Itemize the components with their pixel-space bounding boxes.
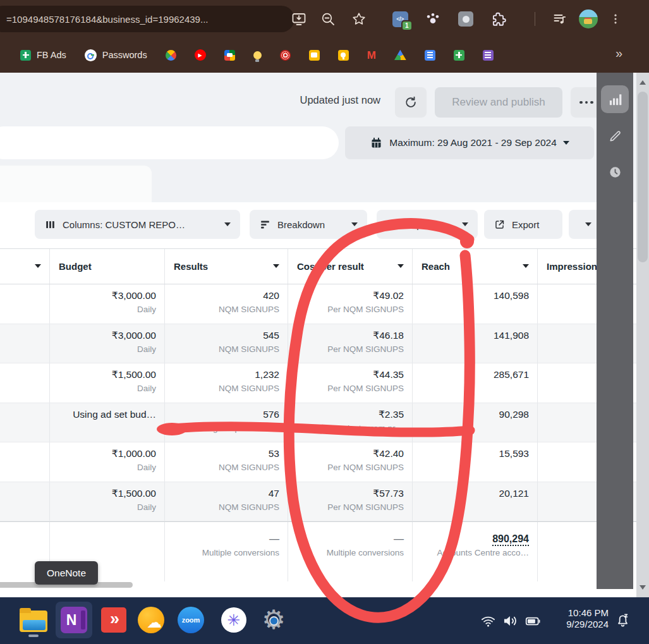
bookmark-photos[interactable] [166,50,176,61]
chart-bars-tool-button[interactable] [601,85,629,113]
column-header-blank[interactable] [0,249,49,284]
refresh-button[interactable] [395,87,427,118]
table-cell: ₹3,000.00Daily [49,284,164,324]
table-row[interactable]: ₹3,000.00Daily545NQM SIGNUPS₹46.18Per NQ… [0,324,649,364]
puzzle-extension-icon[interactable] [490,11,507,27]
bookmarks-overflow-chevron[interactable]: » [616,47,622,59]
date-range-label: Maximum: 29 Aug 2021 - 29 Sep 2024 [389,137,557,149]
pencil-icon [608,129,622,143]
export-button[interactable]: Export [484,210,562,239]
reports-button[interactable]: Rep [377,210,478,239]
address-bar[interactable]: =1094948578176184&business_id=19962439..… [0,6,294,32]
bookmark-sheets2[interactable] [454,50,464,61]
column-header-cost-per-result[interactable]: Cost per result [288,249,412,284]
table-cell: ₹42.40Per NQM SIGNUPS [288,442,412,482]
scroll-up-arrow[interactable] [640,80,646,85]
bookmark-target[interactable] [280,50,291,61]
table-cell: ₹46.18Per NQM SIGNUPS [288,324,412,363]
taskbar-file-explorer[interactable] [15,602,52,638]
bookmark-keep[interactable] [338,50,349,61]
active-tab-surface[interactable] [0,166,152,204]
review-publish-button[interactable]: Review and publish [435,87,562,118]
code-extension-icon[interactable]: </>1 [392,11,408,27]
bookmark-purple-list[interactable] [483,50,494,61]
vertical-scrollbar-thumb[interactable] [638,92,648,262]
running-indicator [28,635,39,637]
chevron-down-icon [462,222,468,226]
clock-icon [608,165,622,179]
browser-menu-row [552,8,622,30]
bookmark-meet[interactable] [224,50,235,61]
table-cell: ₹49.02Per NQM SIGNUPS [288,284,412,324]
table-row[interactable]: ₹3,000.00Daily420NQM SIGNUPS₹49.02Per NQ… [0,284,649,324]
camera-extension-icon[interactable] [458,11,474,27]
kebab-menu-icon[interactable] [609,12,622,26]
toolbar-divider [535,12,535,26]
bookmark-passwords[interactable]: Passwords [85,49,147,61]
bookmark-bulb[interactable] [253,51,262,59]
bookmark-slides[interactable] [309,50,320,61]
table-row[interactable]: ₹1,500.00Daily1,232NQM SIGNUPS₹44.35Per … [0,363,649,403]
date-range-picker[interactable]: Maximum: 29 Aug 2021 - 29 Sep 2024 [345,126,594,159]
updated-status: Updated just now [272,94,380,106]
clock-tool-button[interactable] [601,158,629,186]
report-icon [386,219,398,231]
breakdown-button[interactable]: Breakdown [250,210,367,239]
taskbar-flower[interactable]: ✳ [215,602,252,638]
purple-list-icon [483,50,494,61]
table-row[interactable]: ₹1,500.00Daily47NQM SIGNUPS₹57.73Per NQM… [0,482,649,522]
sheets-icon [20,50,31,61]
bookmark-yt-music[interactable]: ▶ [195,49,206,61]
table-cell: ₹1,500.00Daily [49,363,164,403]
bookmark-drive[interactable] [394,50,406,61]
column-label: Cost per result [288,261,364,272]
table-cell: ₹57.73Per NQM SIGNUPS [288,482,412,521]
table-cell [0,363,49,403]
export-icon [494,219,506,231]
column-header-reach[interactable]: Reach [412,249,537,284]
bookmark-docs[interactable] [425,50,435,61]
sort-caret-icon[interactable] [397,264,404,268]
taskbar-settings-gear[interactable]: ⚙ [255,602,292,638]
send-to-device-icon[interactable] [291,11,306,27]
table-row[interactable]: Using ad set bud…576Instagram profile vi… [0,403,649,443]
keep-icon [338,50,349,61]
speaker-icon[interactable] [502,612,519,629]
columns-button[interactable]: Columns: CUSTOM REPO… [35,210,240,239]
taskbar-onenote[interactable]: N [56,602,92,638]
chevron-down-icon [224,222,231,226]
bookmark-gmail[interactable] [367,50,376,61]
scroll-down-arrow[interactable] [640,585,646,590]
media-list-icon[interactable] [552,11,567,27]
table-cell: 20,121 [412,482,537,521]
chevron-down-icon [563,141,569,145]
vertical-scrollbar[interactable] [636,73,649,597]
sort-caret-icon[interactable] [35,264,41,268]
taskbar-weather[interactable]: ☁ [133,602,169,638]
column-header-budget[interactable]: Budget [49,249,164,284]
screen: =1094948578176184&business_id=19962439..… [0,0,649,644]
taskbar-clock[interactable]: 10:46 PM 9/29/2024 [539,607,609,630]
column-header-results[interactable]: Results [164,249,288,284]
notification-bell-icon[interactable] [614,612,631,629]
sort-caret-icon[interactable] [523,264,529,268]
bookmark-fb-ads[interactable]: FB Ads [20,50,66,61]
sort-caret-icon[interactable] [273,264,279,268]
profile-avatar-icon[interactable] [579,9,598,28]
zoom-out-icon[interactable] [320,11,336,27]
clock-time: 10:46 PM [539,607,609,619]
table-body: ₹3,000.00Daily420NQM SIGNUPS₹49.02Per NQ… [0,284,649,521]
table-cell [0,284,49,324]
table-cell: ₹2.35Cost per Instagram pr… [288,403,412,442]
taskbar-red-diamonds[interactable]: » [95,602,132,638]
table-row[interactable]: ₹1,000.00Daily53NQM SIGNUPS₹42.40Per NQM… [0,442,649,482]
taskbar-zoom[interactable]: zoom [173,602,209,638]
community-extension-icon[interactable] [425,11,441,27]
ellipsis-icon [579,101,593,104]
button-label: Columns: CUSTOM REPO… [63,219,185,230]
pencil-tool-button[interactable] [601,122,629,150]
table-cell [0,442,49,482]
bookmark-star-icon[interactable] [351,11,367,27]
search-input[interactable] [0,126,339,159]
wifi-icon[interactable] [480,613,496,629]
